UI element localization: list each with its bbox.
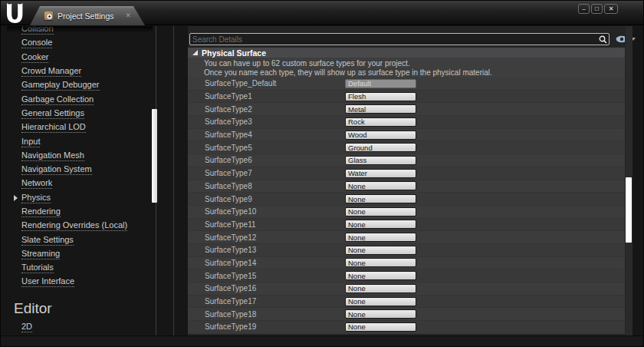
property-label: SurfaceType7 [205,169,345,177]
nav-details-splitter[interactable] [173,26,174,336]
project-settings-window: Project Settings ✕ – □ ✕ Collision Conso… [0,0,644,347]
tab-close-icon[interactable]: ✕ [125,12,131,19]
surface-type-value-input[interactable] [345,309,416,319]
table-row: SurfaceType16 [188,283,625,296]
category-title: Physical Surface [202,48,266,58]
property-label: SurfaceType9 [205,195,345,203]
table-row: SurfaceType2 [188,103,625,116]
property-label: SurfaceType14 [205,259,345,267]
property-label: SurfaceType4 [205,131,345,139]
surface-type-value-input[interactable] [345,207,416,216]
surface-type-value-input[interactable] [345,271,416,280]
sidebar-item-user-interface[interactable]: User Interface [7,275,153,289]
table-row: SurfaceType19 [188,321,625,334]
category-description: You can have up to 62 custom surface typ… [188,58,632,78]
surface-type-value-input[interactable] [345,131,416,140]
tab-label: Project Settings [58,12,120,21]
sidebar-item-slate-settings[interactable]: Slate Settings [7,233,153,246]
table-row: SurfaceType15 [188,269,625,283]
surface-type-value-input[interactable] [345,181,416,190]
surface-type-value-input[interactable] [345,104,416,114]
table-row: SurfaceType18 [188,308,625,321]
table-row: SurfaceType11 [188,219,625,232]
property-label: SurfaceType13 [205,246,345,254]
sidebar-item-collision[interactable]: Collision [7,26,153,36]
search-input[interactable] [190,35,599,44]
sidebar-item-garbage-collection[interactable]: Garbage Collection [7,92,153,106]
property-label: SurfaceType11 [205,220,345,229]
sidebar-item-crowd-manager[interactable]: Crowd Manager [7,64,153,78]
surface-type-value-input[interactable] [345,233,416,242]
surface-type-value-input[interactable] [345,220,416,229]
table-row: SurfaceType10 [188,206,625,219]
details-panel: Physical Surface You can have up to 62 c… [188,26,632,337]
unreal-engine-logo-icon [6,3,25,26]
description-line: Once you name each type, they will show … [204,68,632,78]
table-row: SurfaceType14 [188,257,625,270]
sidebar-item-input[interactable]: Input [7,134,153,148]
sidebar-scrollbar-thumb[interactable] [152,109,157,203]
search-field [189,33,610,45]
property-label: SurfaceType12 [205,233,345,242]
surface-type-value-input[interactable] [345,258,416,267]
table-row: SurfaceType1 [188,91,625,104]
sidebar-item-hierarchical-lod[interactable]: Hierarchical LOD [7,121,153,134]
sidebar-item-gameplay-debugger[interactable]: Gameplay Debugger [7,78,153,92]
surface-type-value-input[interactable] [345,194,416,203]
description-line: You can have up to 62 custom surface typ… [204,59,632,68]
sidebar-item-network[interactable]: Network [7,177,153,190]
surface-type-value-input[interactable] [345,284,416,293]
sidebar-item-console[interactable]: Console [7,36,153,50]
property-label: SurfaceType5 [205,144,345,152]
sidebar-item-tutorials[interactable]: Tutorials [7,261,153,275]
selected-item-arrow-icon [14,195,18,201]
close-button[interactable]: ✕ [604,4,618,14]
surface-type-value-input [345,79,416,88]
settings-nav-sidebar: Collision Console Cooker Crowd Manager G… [7,26,153,336]
property-label: SurfaceType3 [205,117,345,126]
property-label: SurfaceType17 [205,297,345,306]
property-label: SurfaceType_Default [205,79,345,88]
sidebar-item-rendering[interactable]: Rendering [7,205,153,219]
surface-type-value-input[interactable] [345,156,416,165]
sidebar-item-streaming[interactable]: Streaming [7,247,153,261]
sidebar-item-physics[interactable]: Physics [7,191,153,205]
expand-arrow-icon [192,50,198,55]
table-row: SurfaceType6 [188,154,625,167]
table-row: SurfaceType13 [188,244,625,257]
search-row [189,33,636,45]
table-row: SurfaceType4 [188,129,625,142]
sidebar-item-rendering-overrides[interactable]: Rendering Overrides (Local) [7,219,153,233]
titlebar: Project Settings ✕ – □ ✕ [1,1,643,25]
property-label: SurfaceType10 [205,207,345,216]
property-label: SurfaceType18 [205,310,345,319]
category-header-physical-surface[interactable]: Physical Surface [188,48,632,58]
sidebar-item-navigation-system[interactable]: Navigation System [7,163,153,177]
table-row: SurfaceType12 [188,231,625,244]
sidebar-item-navigation-mesh[interactable]: Navigation Mesh [7,149,153,163]
table-row: SurfaceType3 [188,116,625,129]
surface-type-value-input[interactable] [345,322,416,332]
sidebar-item-2d[interactable]: 2D [7,320,153,334]
property-label: SurfaceType15 [205,272,345,280]
surface-type-value-input[interactable] [345,297,416,306]
property-label: SurfaceType16 [205,284,345,292]
table-row: SurfaceType5 [188,141,625,154]
maximize-button[interactable]: □ [591,4,603,14]
property-label: SurfaceType6 [205,156,345,164]
sidebar-section-editor: Editor [7,297,153,320]
surface-type-value-input[interactable] [345,92,416,101]
sidebar-item-general-settings[interactable]: General Settings [7,107,153,121]
sidebar-item-cooker[interactable]: Cooker [7,51,153,64]
tab-project-settings[interactable]: Project Settings ✕ [30,6,145,25]
surface-type-value-input[interactable] [345,117,416,127]
surface-type-value-input[interactable] [345,169,416,178]
surface-type-value-input[interactable] [345,143,416,152]
table-row: SurfaceType9 [188,193,625,206]
minimize-button[interactable]: – [578,4,590,14]
details-scrollbar-thumb[interactable] [626,177,632,243]
table-row: SurfaceType8 [188,180,625,193]
surface-type-value-input[interactable] [345,246,416,255]
table-row: SurfaceType17 [188,296,625,309]
property-label: SurfaceType8 [205,182,345,190]
